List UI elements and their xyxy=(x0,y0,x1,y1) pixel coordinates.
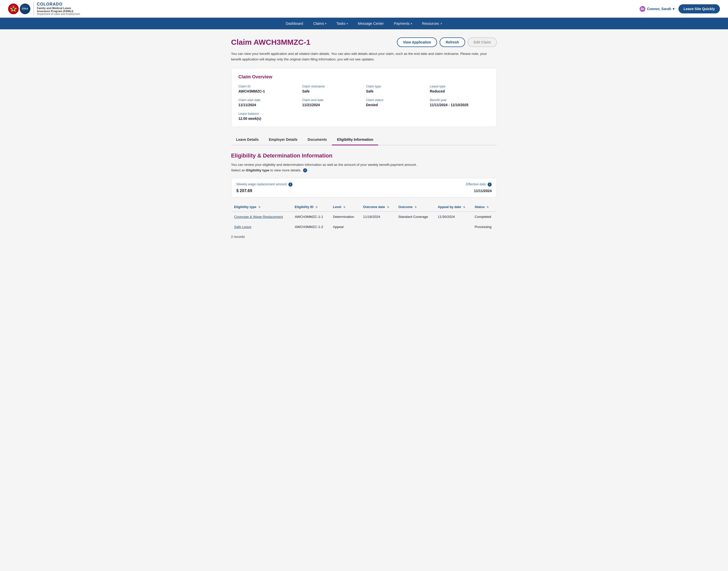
claim-status-label: Claim status xyxy=(366,98,426,102)
cdle-icon: CDLE xyxy=(20,4,30,14)
tab-leave-details[interactable]: Leave Details xyxy=(231,134,264,145)
payments-arrow: ▾ xyxy=(411,22,412,25)
benefit-year-value: 11/11/2024 - 11/10/2025 xyxy=(430,103,490,107)
cell-status-2: Processing xyxy=(472,222,497,232)
safe-leave-link[interactable]: Safe Leave xyxy=(234,225,251,229)
co-flag-icon xyxy=(8,4,19,14)
claim-overview-card: Claim Overview Claim ID AWCH3MMZC-1 Clai… xyxy=(231,68,497,127)
claim-start-date-label: Claim start date xyxy=(238,98,298,102)
cell-status-1: Completed xyxy=(472,212,497,222)
eligibility-info-icon[interactable]: i xyxy=(303,168,307,173)
sort-status: ⇅ xyxy=(487,206,489,209)
claim-id-value: AWCH3MMZC-1 xyxy=(238,89,298,93)
refresh-button[interactable]: Refresh xyxy=(440,37,465,47)
claims-arrow: ▾ xyxy=(325,22,326,25)
svg-point-2 xyxy=(12,8,15,10)
col-status[interactable]: Status ⇅ xyxy=(472,203,497,212)
col-outcome[interactable]: Outcome ⇅ xyxy=(395,203,435,212)
table-header: Eligibility type ⇅ Eligibility ID ⇅ Leve… xyxy=(231,203,497,212)
col-outcome-date[interactable]: Outcome date ⇅ xyxy=(360,203,395,212)
nav-message-center[interactable]: Message Center xyxy=(353,18,389,28)
col-eligibility-type[interactable]: Eligibility type ⇅ xyxy=(231,203,292,212)
effective-date-info-icon[interactable]: i xyxy=(488,183,492,187)
table-row: Coverage & Wage Replacement AWCH3MMZC-1-… xyxy=(231,212,497,222)
claim-start-date-value: 11/11/2024 xyxy=(238,103,298,107)
wage-info-icon[interactable]: i xyxy=(288,183,292,187)
main-nav: Dashboard Claims ▾ Tasks ▾ Message Cente… xyxy=(0,18,728,29)
col-appeal-by-date[interactable]: Appeal by date ⇅ xyxy=(435,203,472,212)
eligibility-table: Eligibility type ⇅ Eligibility ID ⇅ Leve… xyxy=(231,203,497,232)
tab-employer-details[interactable]: Employer Details xyxy=(264,134,303,145)
eligibility-type-bold: Eligibility type xyxy=(246,168,269,172)
cell-eligibility-id-2: AWCH3MMZC-1-2 xyxy=(292,222,330,232)
col-level[interactable]: Level ⇅ xyxy=(330,203,360,212)
cell-outcome-1: Standard Coverage xyxy=(395,212,435,222)
tabs-row: Leave Details Employer Details Documents… xyxy=(231,134,497,145)
claim-title: Claim AWCH3MMZC-1 xyxy=(231,38,311,46)
leave-balance-label: Leave balance xyxy=(238,112,298,116)
leave-site-button[interactable]: Leave Site Quickly xyxy=(679,4,720,13)
claim-type-value: Safe xyxy=(366,89,426,93)
sort-outcome: ⇅ xyxy=(414,206,416,209)
cell-level-2: Appeal xyxy=(330,222,360,232)
coverage-wage-replacement-link[interactable]: Coverage & Wage Replacement xyxy=(234,215,283,219)
nav-claims[interactable]: Claims ▾ xyxy=(308,18,331,28)
nav-dashboard[interactable]: Dashboard xyxy=(281,18,309,28)
user-menu[interactable]: ♒ Connor, Sarah ▾ xyxy=(639,6,675,12)
leave-type-label: Leave type xyxy=(430,85,490,88)
user-dropdown-arrow: ▾ xyxy=(673,7,675,11)
state-name: COLORADO xyxy=(37,2,80,7)
field-claim-type: Claim type Safe xyxy=(366,85,426,93)
view-application-button[interactable]: View Application xyxy=(397,37,437,47)
claim-header-row: Claim AWCH3MMZC-1 View Application Refre… xyxy=(231,37,497,47)
field-claim-start-date: Claim start date 11/11/2024 xyxy=(238,98,298,107)
effective-date-label: Effective date i xyxy=(466,182,492,187)
col-eligibility-id[interactable]: Eligibility ID ⇅ xyxy=(292,203,330,212)
field-claim-end-date: Claim end date 11/21/2024 xyxy=(302,98,362,107)
effective-date-value: 11/11/2024 xyxy=(474,189,492,193)
cell-level-1: Determination xyxy=(330,212,360,222)
nav-payments[interactable]: Payments ▾ xyxy=(389,18,417,28)
tab-eligibility-information[interactable]: Eligibility Information xyxy=(332,134,378,145)
claim-end-date-value: 11/21/2024 xyxy=(302,103,362,107)
sort-eligibility-type: ⇅ xyxy=(258,206,260,209)
nav-tasks[interactable]: Tasks ▾ xyxy=(331,18,353,28)
wage-header: Weekly wage replacement amount i Effecti… xyxy=(236,182,492,187)
cell-outcome-date-2 xyxy=(360,222,395,232)
leave-balance-value: 12.00 week(s) xyxy=(238,117,298,121)
logo-circles: CDLE xyxy=(8,4,30,14)
user-icon: ♒ xyxy=(639,6,645,12)
claim-nickname-label: Claim nickname xyxy=(302,85,362,88)
field-benefit-year: Benefit year 11/11/2024 - 11/10/2025 xyxy=(430,98,490,107)
sort-eligibility-id: ⇅ xyxy=(316,206,318,209)
wage-row: $ 207.69 11/11/2024 xyxy=(236,189,492,193)
edit-claim-button: Edit Claim xyxy=(468,37,497,47)
field-claim-id: Claim ID AWCH3MMZC-1 xyxy=(238,85,298,93)
sort-level: ⇅ xyxy=(343,206,345,209)
table-body: Coverage & Wage Replacement AWCH3MMZC-1-… xyxy=(231,212,497,232)
action-buttons: View Application Refresh Edit Claim xyxy=(397,37,497,47)
overview-title: Claim Overview xyxy=(238,74,490,80)
leave-type-value: Reduced xyxy=(430,89,490,93)
table-header-row: Eligibility type ⇅ Eligibility ID ⇅ Leve… xyxy=(231,203,497,212)
claim-nickname-value: Safe xyxy=(302,89,362,93)
logo-text: COLORADO Family and Medical Leave Insura… xyxy=(33,2,80,15)
cell-appeal-by-date-2 xyxy=(435,222,472,232)
program-name-line1: Family and Medical Leave xyxy=(37,7,80,10)
records-count: 2 records xyxy=(231,235,497,239)
eligibility-section-title: Eligibility & Determination Information xyxy=(231,152,497,159)
cell-outcome-date-1: 11/18/2024 xyxy=(360,212,395,222)
wage-card: Weekly wage replacement amount i Effecti… xyxy=(231,178,497,198)
field-claim-status: Claim status Denied xyxy=(366,98,426,107)
nav-resources[interactable]: Resources ↗ xyxy=(417,18,448,28)
sort-appeal-by-date: ⇅ xyxy=(463,206,465,209)
table-row: Safe Leave AWCH3MMZC-1-2 Appeal Processi… xyxy=(231,222,497,232)
cell-appeal-by-date-1: 11/30/2024 xyxy=(435,212,472,222)
field-leave-type: Leave type Reduced xyxy=(430,85,490,93)
top-header: CDLE COLORADO Family and Medical Leave I… xyxy=(0,0,728,18)
tab-documents[interactable]: Documents xyxy=(302,134,332,145)
program-name-line2: Insurance Program (FAMLI) xyxy=(37,10,80,13)
claim-status-value: Denied xyxy=(366,103,426,107)
external-link-icon: ↗ xyxy=(440,22,442,25)
user-name: Connor, Sarah xyxy=(647,7,672,11)
